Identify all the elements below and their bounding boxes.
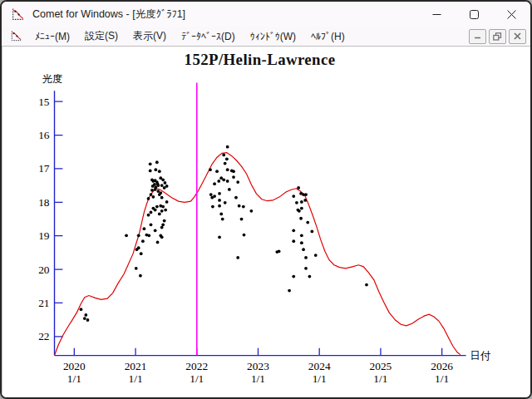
data-point xyxy=(154,168,157,171)
data-point xyxy=(165,200,169,204)
x-tick-label-year: 2021 xyxy=(125,360,147,372)
data-point xyxy=(249,209,253,213)
mdi-child-icon xyxy=(10,30,22,42)
data-point xyxy=(300,241,303,244)
x-tick-label-day: 1/1 xyxy=(67,372,81,385)
data-point xyxy=(217,180,220,183)
data-point xyxy=(303,199,307,202)
chart-title: 152P/Helin-Lawrence xyxy=(185,51,336,68)
x-tick-label-year: 2024 xyxy=(308,360,331,372)
data-point xyxy=(224,162,227,165)
x-axis-label: 日付 xyxy=(470,350,491,362)
window-title: Comet for Windows - [光度ｸﾞﾗﾌ1] xyxy=(32,7,185,22)
data-point xyxy=(304,193,308,196)
data-point xyxy=(234,196,238,200)
data-point xyxy=(219,213,223,216)
close-button[interactable] xyxy=(493,2,530,27)
data-point xyxy=(213,182,216,185)
data-point xyxy=(164,209,167,212)
app-window: 152P/Helin-Lawrence 光度 日付 15161718192021… xyxy=(0,0,532,399)
menu-item-window[interactable]: ｳｨﾝﾄﾞｳ(W) xyxy=(243,28,303,45)
data-point xyxy=(161,178,165,181)
mdi-restore-icon xyxy=(493,32,502,41)
data-point xyxy=(218,204,221,208)
data-point xyxy=(165,185,169,188)
data-point xyxy=(154,209,157,212)
data-point xyxy=(226,168,229,171)
data-point xyxy=(300,207,303,210)
y-tick-label: 20 xyxy=(38,264,50,276)
maximize-button[interactable] xyxy=(456,2,493,27)
data-point xyxy=(224,201,227,204)
data-point xyxy=(135,267,138,270)
maximize-icon xyxy=(470,10,479,19)
data-point xyxy=(232,175,235,179)
data-point xyxy=(314,254,318,257)
mdi-minimize-button[interactable] xyxy=(469,29,486,44)
x-tick-label-year: 2022 xyxy=(185,360,208,372)
y-tick-label: 16 xyxy=(38,129,50,141)
data-point xyxy=(210,196,214,200)
predicted-light-curve xyxy=(55,153,461,355)
y-tick-label: 22 xyxy=(38,330,49,342)
data-point xyxy=(306,221,309,224)
mdi-restore-button[interactable] xyxy=(489,29,506,44)
data-point xyxy=(299,217,303,220)
app-icon xyxy=(11,7,25,22)
data-point xyxy=(147,214,150,217)
data-point xyxy=(295,201,298,204)
data-point xyxy=(218,192,221,195)
minimize-button[interactable] xyxy=(418,2,456,27)
menu-item-database[interactable]: ﾃﾞｰﾀﾍﾞｰｽ(D) xyxy=(174,28,243,45)
data-point xyxy=(292,195,295,198)
data-point xyxy=(300,200,303,204)
x-tick-label-day: 1/1 xyxy=(373,372,387,385)
y-tick-label: 19 xyxy=(38,229,50,242)
x-tick-label-year: 2023 xyxy=(247,360,269,372)
data-point xyxy=(151,195,155,199)
mdi-window-buttons xyxy=(469,29,526,44)
y-tick-label: 21 xyxy=(38,297,49,309)
x-tick-label-day: 1/1 xyxy=(435,372,449,385)
data-point xyxy=(158,213,161,216)
light-curve-chart: 152P/Helin-Lawrence 光度 日付 15161718192021… xyxy=(2,47,530,397)
data-point xyxy=(150,211,153,214)
data-point xyxy=(137,234,140,237)
data-point xyxy=(236,180,239,184)
data-point xyxy=(147,197,150,200)
data-point xyxy=(161,223,165,226)
data-point xyxy=(292,229,295,232)
minimize-icon xyxy=(432,10,441,19)
data-point xyxy=(159,234,162,237)
y-tick-label: 17 xyxy=(38,162,50,175)
menu-item-settings[interactable]: 設定(S) xyxy=(77,27,126,46)
data-point xyxy=(160,226,164,229)
data-point xyxy=(292,275,295,278)
menu-item-menu[interactable]: ﾒﾆｭｰ(M) xyxy=(27,28,77,45)
data-point xyxy=(150,189,154,192)
data-point xyxy=(156,184,160,187)
data-point xyxy=(302,248,305,251)
data-point xyxy=(145,234,148,237)
data-point xyxy=(141,239,145,243)
data-point xyxy=(211,205,214,209)
x-tick-label-day: 1/1 xyxy=(128,372,142,385)
menu-item-help[interactable]: ﾍﾙﾌﾟ(H) xyxy=(303,28,352,45)
mdi-minimize-icon xyxy=(474,32,481,40)
data-point xyxy=(149,170,152,173)
data-point xyxy=(222,154,225,157)
data-point xyxy=(154,229,157,232)
data-point xyxy=(160,184,164,187)
data-point xyxy=(140,252,143,255)
data-point xyxy=(215,170,219,173)
data-point xyxy=(298,209,301,213)
mdi-close-button[interactable] xyxy=(509,29,526,44)
data-point xyxy=(158,170,161,173)
data-point xyxy=(151,185,155,188)
data-point xyxy=(156,241,160,244)
data-point xyxy=(142,227,145,230)
menu-item-view[interactable]: 表示(V) xyxy=(126,27,174,46)
menu-bar: ﾒﾆｭｰ(M) 設定(S) 表示(V) ﾃﾞｰﾀﾍﾞｰｽ(D) ｳｨﾝﾄﾞｳ(W… xyxy=(2,27,530,47)
data-point xyxy=(161,205,165,209)
data-point xyxy=(225,157,229,160)
